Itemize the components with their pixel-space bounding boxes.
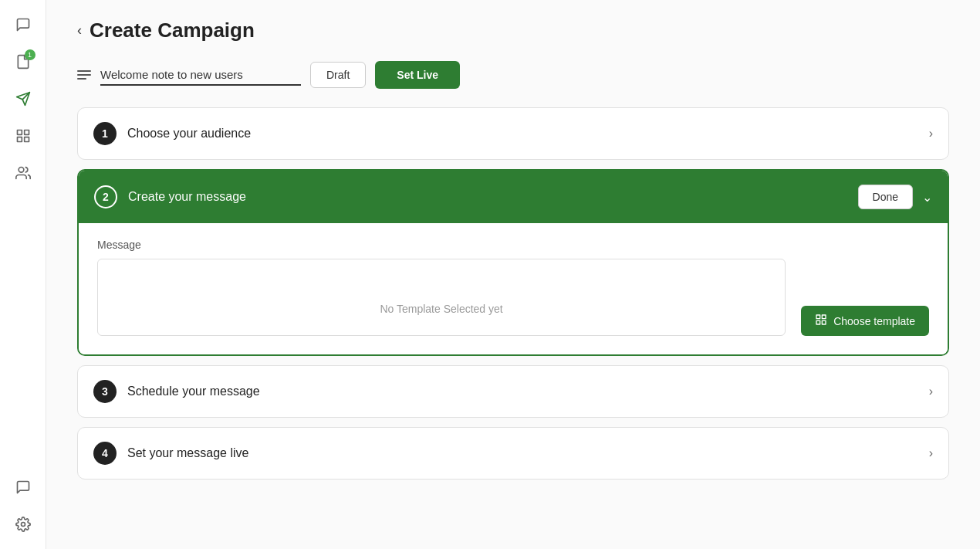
menu-icon[interactable] [77, 70, 91, 80]
step-3-number: 3 [93, 380, 117, 403]
step-3-title: Schedule your message [127, 385, 260, 398]
step-1-chevron: › [929, 127, 933, 141]
svg-rect-5 [17, 137, 22, 142]
step-4-card: 4 Set your message live › [77, 427, 949, 480]
step-2-card: 2 Create your message Done ⌄ Message No … [77, 169, 949, 356]
sidebar-item-campaigns[interactable] [8, 83, 39, 114]
step-4-number: 4 [93, 442, 117, 465]
step-2-body: Message No Template Selected yet Choos [79, 223, 948, 354]
done-button[interactable]: Done [858, 185, 913, 209]
step-1-card: 1 Choose your audience › [77, 107, 949, 160]
toolbar: Draft Set Live [77, 61, 949, 89]
step-2-chevron[interactable]: ⌄ [922, 190, 932, 205]
back-button[interactable]: ‹ [77, 22, 82, 39]
choose-template-button[interactable]: Choose template [801, 306, 929, 336]
campaign-name-input[interactable] [100, 65, 301, 86]
notification-badge: 1 [25, 49, 35, 60]
sidebar-item-notifications[interactable]: 1 [8, 46, 39, 77]
svg-point-6 [19, 168, 24, 173]
main-content: ‹ Create Campaign Draft Set Live 1 Choos… [46, 0, 980, 549]
draft-button[interactable]: Draft [310, 62, 366, 88]
svg-rect-11 [816, 320, 820, 324]
step-2-header[interactable]: 2 Create your message Done ⌄ [79, 171, 948, 223]
step-3-card: 3 Schedule your message › [77, 365, 949, 418]
message-area[interactable]: No Template Selected yet [97, 259, 786, 336]
step-3-chevron: › [929, 385, 933, 398]
set-live-button[interactable]: Set Live [375, 61, 460, 89]
page-title: Create Campaign [90, 19, 255, 42]
svg-rect-2 [17, 130, 22, 135]
sidebar: 1 [0, 0, 46, 549]
message-placeholder: No Template Selected yet [380, 280, 502, 315]
message-label: Message [97, 239, 929, 251]
template-icon [815, 313, 827, 328]
step-1-title: Choose your audience [127, 127, 251, 141]
step-1-number: 1 [93, 122, 117, 145]
sidebar-item-support[interactable] [8, 472, 39, 503]
svg-rect-9 [822, 315, 826, 319]
sidebar-item-settings[interactable] [8, 509, 39, 540]
sidebar-item-contacts[interactable] [8, 158, 39, 188]
step-4-title: Set your message live [127, 446, 248, 460]
svg-rect-3 [24, 130, 29, 135]
step-3-header[interactable]: 3 Schedule your message › [78, 366, 948, 417]
step-4-header[interactable]: 4 Set your message live › [78, 428, 948, 479]
step-1-header[interactable]: 1 Choose your audience › [78, 108, 948, 159]
step-2-title: Create your message [128, 190, 246, 204]
choose-template-label: Choose template [833, 315, 915, 327]
svg-rect-4 [24, 137, 29, 142]
svg-rect-8 [816, 315, 820, 319]
page-header: ‹ Create Campaign [77, 19, 949, 42]
svg-rect-10 [822, 320, 826, 324]
step-2-number: 2 [94, 185, 117, 208]
sidebar-item-chat[interactable] [8, 9, 39, 40]
step-4-chevron: › [929, 446, 933, 460]
svg-point-7 [21, 523, 25, 527]
sidebar-item-dashboard[interactable] [8, 120, 39, 151]
